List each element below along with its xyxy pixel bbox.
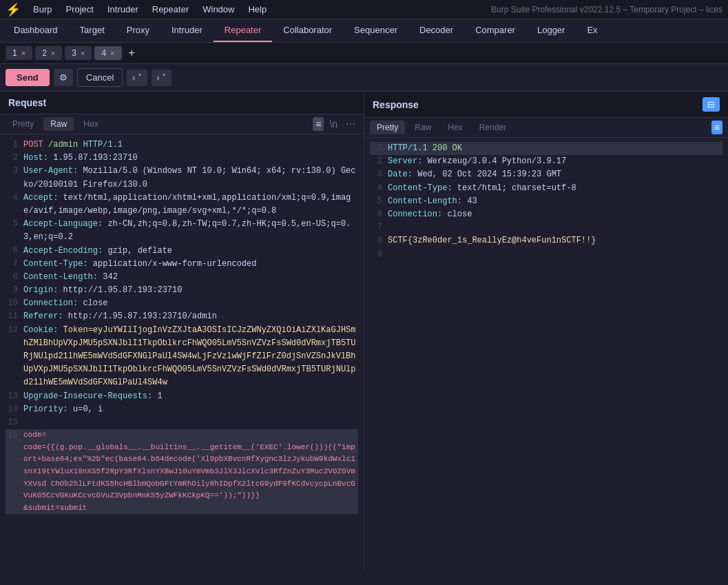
toolbar: Send ⚙ Cancel ‹ ˅ › ˅ xyxy=(0,64,728,92)
app-icon: ⚡ xyxy=(6,2,21,17)
req-line-9: 9 Origin: http://1.95.87.193:23710 xyxy=(6,284,358,297)
response-body[interactable]: 1 HTTP/1.1 200 OK 2 Server: Werkzeug/3.0… xyxy=(364,138,728,570)
request-body[interactable]: 1 POST /admin HTTP/1.1 2 Host: 1.95.87.1… xyxy=(0,134,364,570)
resp-line-7: 7 xyxy=(370,221,722,234)
response-panel-icons: ≡ xyxy=(711,121,722,134)
request-more-icon[interactable]: ⋯ xyxy=(343,117,358,131)
sub-tab-1[interactable]: 1 × xyxy=(6,46,32,60)
request-tab-hex[interactable]: Hex xyxy=(76,117,105,131)
resp-line-4: 4 Content-Type: text/html; charset=utf-8 xyxy=(370,182,722,195)
tab-decoder[interactable]: Decoder xyxy=(408,19,464,42)
req-line-16: 16 code= code={{(g.pop.__globals__.__bui… xyxy=(6,429,358,502)
nav-next-button[interactable]: › ˅ xyxy=(152,70,171,86)
request-tab-raw[interactable]: Raw xyxy=(43,117,74,131)
sub-tab-4[interactable]: 4 × xyxy=(94,46,121,60)
close-tab-3[interactable]: × xyxy=(81,49,85,57)
tab-proxy[interactable]: Proxy xyxy=(116,19,160,42)
main-content: Request Pretty Raw Hex ≡ \n ⋯ 1 POST /ad… xyxy=(0,92,728,570)
tab-repeater[interactable]: Repeater xyxy=(214,19,272,42)
req-line-5: 5 Accept-Language: zh-CN,zh;q=0.8,zh-TW;… xyxy=(6,218,358,244)
sub-tab-2[interactable]: 2 × xyxy=(35,46,62,60)
cancel-button[interactable]: Cancel xyxy=(77,68,123,87)
req-line-14: 14 Priority: u=0, i xyxy=(6,403,358,416)
menu-help[interactable]: Help xyxy=(241,1,273,17)
request-panel-icons: ≡ \n ⋯ xyxy=(313,117,358,131)
send-button[interactable]: Send xyxy=(6,69,50,86)
response-split-icon[interactable]: ⊟ xyxy=(703,97,720,112)
tab-dashboard[interactable]: Dashboard xyxy=(3,19,69,42)
resp-line-5: 5 Content-Length: 43 xyxy=(370,195,722,208)
response-tab-raw[interactable]: Raw xyxy=(408,121,438,134)
request-tabs: Pretty Raw Hex ≡ \n ⋯ xyxy=(0,114,364,134)
tab-intruder[interactable]: Intruder xyxy=(160,19,214,42)
request-format-icon[interactable]: ≡ xyxy=(313,117,324,131)
req-line-8: 8 Content-Length: 342 xyxy=(6,271,358,284)
sub-tabs: 1 × 2 × 3 × 4 × + xyxy=(0,43,728,64)
nav-tabs: Dashboard Target Proxy Intruder Repeater… xyxy=(0,19,728,43)
request-wrap-icon[interactable]: \n xyxy=(326,117,340,131)
tab-collaborator[interactable]: Collaborator xyxy=(272,19,343,42)
resp-line-8: 8 SCTF{3zRe0der_1s_ReallyEz@h4veFun1nSCT… xyxy=(370,234,722,247)
req-line-15: 15 xyxy=(6,416,358,429)
response-tabs: Pretty Raw Hex Render ≡ xyxy=(364,118,728,138)
response-tab-pretty[interactable]: Pretty xyxy=(370,121,405,134)
response-tab-render[interactable]: Render xyxy=(472,121,513,134)
tab-logger[interactable]: Logger xyxy=(526,19,576,42)
resp-line-1: 1 HTTP/1.1 200 OK xyxy=(370,142,722,155)
req-line-6: 6 Accept-Encoding: gzip, deflate xyxy=(6,245,358,258)
resp-line-9: 9 xyxy=(370,248,722,261)
response-format-icon[interactable]: ≡ xyxy=(711,121,722,134)
menu-window[interactable]: Window xyxy=(196,1,241,17)
req-line-11: 11 Referer: http://1.95.87.193:23710/adm… xyxy=(6,310,358,323)
nav-prev-button[interactable]: ‹ ˅ xyxy=(127,70,147,86)
req-line-12: 12 Cookie: Token=eyJuYWIlIjogInVzZXJtaA3… xyxy=(6,324,358,390)
menu-project[interactable]: Project xyxy=(59,1,100,17)
close-tab-1[interactable]: × xyxy=(21,49,25,57)
menu-intruder[interactable]: Intruder xyxy=(101,1,145,17)
add-tab-button[interactable]: + xyxy=(125,45,139,61)
req-line-13: 13 Upgrade-Insecure-Requests: 1 xyxy=(6,390,358,403)
tab-ex[interactable]: Ex xyxy=(576,19,608,42)
request-panel: Request Pretty Raw Hex ≡ \n ⋯ 1 POST /ad… xyxy=(0,92,364,570)
req-line-7: 7 Content-Type: application/x-www-form-u… xyxy=(6,258,358,271)
tab-target[interactable]: Target xyxy=(69,19,116,42)
req-line-3: 3 User-Agent: Mozilla/5.0 (Windows NT 10… xyxy=(6,165,358,191)
menu-burp[interactable]: Burp xyxy=(26,1,59,17)
settings-button[interactable]: ⚙ xyxy=(54,69,73,86)
top-menu-bar: ⚡ Burp Project Intruder Repeater Window … xyxy=(0,0,728,19)
req-line-17: &submit=submit xyxy=(6,502,358,515)
req-line-2: 2 Host: 1.95.87.193:23710 xyxy=(6,152,358,165)
request-panel-header: Request xyxy=(0,92,364,114)
app-title: Burp Suite Professional v2022.12.5 – Tem… xyxy=(491,5,722,14)
tab-comparer[interactable]: Comparer xyxy=(464,19,526,42)
req-line-1: 1 POST /admin HTTP/1.1 xyxy=(6,138,358,152)
close-tab-4[interactable]: × xyxy=(110,49,114,57)
req-line-4: 4 Accept: text/html,application/xhtml+xm… xyxy=(6,192,358,218)
resp-line-2: 2 Server: Werkzeug/3.0.4 Python/3.9.17 xyxy=(370,155,722,168)
response-panel: Response ⊟ Pretty Raw Hex Render ≡ 1 HTT… xyxy=(364,92,728,570)
response-title: Response xyxy=(373,99,419,110)
resp-line-6: 6 Connection: close xyxy=(370,208,722,221)
request-tab-pretty[interactable]: Pretty xyxy=(6,117,41,131)
req-line-10: 10 Connection: close xyxy=(6,297,358,310)
response-tab-hex[interactable]: Hex xyxy=(441,121,469,134)
tab-sequencer[interactable]: Sequencer xyxy=(343,19,408,42)
close-tab-2[interactable]: × xyxy=(51,49,55,57)
sub-tab-3[interactable]: 3 × xyxy=(65,46,92,60)
response-panel-header: Response ⊟ xyxy=(364,92,728,118)
menu-repeater[interactable]: Repeater xyxy=(145,1,196,17)
resp-line-3: 3 Date: Wed, 02 Oct 2024 15:39:23 GMT xyxy=(370,168,722,181)
request-title: Request xyxy=(8,97,46,108)
